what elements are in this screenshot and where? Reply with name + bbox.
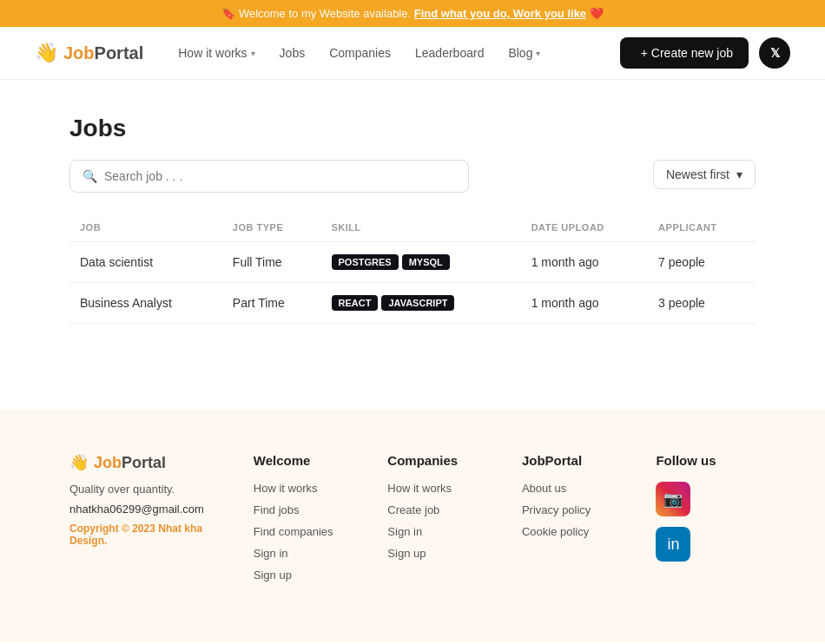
job-type: Part Time bbox=[222, 283, 321, 324]
banner-text: 🔖 Welcome to my Website available. bbox=[221, 7, 411, 20]
footer: 👋 JobPortal Quality over quantity. nhatk… bbox=[0, 410, 825, 642]
sort-label: Newest first bbox=[666, 168, 729, 181]
footer-jobportal-col: JobPortal About us Privacy policy Cookie… bbox=[522, 453, 622, 590]
col-skill: SKILL bbox=[321, 214, 521, 242]
footer-companies-sign-up[interactable]: Sign up bbox=[387, 547, 487, 560]
search-bar: 🔍 bbox=[69, 160, 469, 193]
nav-companies[interactable]: Companies bbox=[329, 46, 391, 60]
footer-follow-col: Follow us 📷 in bbox=[656, 453, 756, 590]
footer-email: nhatkha06299@gmail.com bbox=[69, 503, 219, 516]
table-row[interactable]: Business Analyst Part Time REACTJAVASCRI… bbox=[69, 283, 756, 324]
footer-copyright: Copyright © 2023 Nhat kha Design. bbox=[69, 522, 219, 547]
jobs-table: JOB JOB TYPE SKILL DATE UPLOAD APPLICANT… bbox=[69, 214, 756, 324]
footer-welcome-col: Welcome How it works Find jobs Find comp… bbox=[254, 453, 353, 590]
banner-link[interactable]: Find what you do, Work you like bbox=[414, 7, 586, 20]
footer-grid: 👋 JobPortal Quality over quantity. nhatk… bbox=[69, 453, 756, 590]
footer-welcome-title: Welcome bbox=[254, 453, 353, 468]
footer-link-find-jobs[interactable]: Find jobs bbox=[254, 503, 353, 516]
footer-tagline: Quality over quantity. bbox=[69, 483, 219, 496]
job-type: Full Time bbox=[222, 242, 321, 283]
banner-emoji: ❤️ bbox=[590, 7, 604, 20]
nav-blog[interactable]: Blog ▾ bbox=[508, 46, 540, 60]
date-upload: 1 month ago bbox=[521, 283, 648, 324]
twitter-button[interactable]: 𝕏 bbox=[759, 37, 790, 69]
col-date-upload: DATE UPLOAD bbox=[521, 214, 648, 242]
footer-link-how-it-works[interactable]: How it works bbox=[254, 482, 353, 495]
search-icon: 🔍 bbox=[82, 169, 97, 183]
sort-dropdown[interactable]: Newest first ▾ bbox=[653, 160, 756, 189]
page-title: Jobs bbox=[69, 115, 756, 142]
nav-jobs[interactable]: Jobs bbox=[280, 46, 306, 60]
footer-link-sign-up[interactable]: Sign up bbox=[254, 568, 353, 582]
chevron-down-icon: ▾ bbox=[736, 168, 742, 181]
footer-follow-title: Follow us bbox=[656, 453, 756, 468]
footer-about-us[interactable]: About us bbox=[522, 482, 622, 495]
job-name: Data scientist bbox=[69, 242, 222, 283]
footer-privacy-policy[interactable]: Privacy policy bbox=[522, 503, 622, 516]
job-name: Business Analyst bbox=[69, 283, 222, 324]
footer-link-find-companies[interactable]: Find companies bbox=[254, 525, 353, 538]
nav-leaderboard[interactable]: Leaderboard bbox=[415, 46, 484, 60]
footer-brand: 👋 JobPortal Quality over quantity. nhatk… bbox=[69, 453, 219, 590]
logo-portal: Portal bbox=[95, 43, 144, 63]
footer-link-sign-in[interactable]: Sign in bbox=[254, 547, 353, 560]
chevron-down-icon: ▾ bbox=[536, 49, 540, 58]
col-job-type: JOB TYPE bbox=[222, 214, 321, 242]
date-upload: 1 month ago bbox=[521, 242, 648, 283]
table-row[interactable]: Data scientist Full Time POSTGRESMYSQL 1… bbox=[69, 242, 756, 283]
footer-cookie-policy[interactable]: Cookie policy bbox=[522, 525, 622, 538]
job-skills: REACTJAVASCRIPT bbox=[321, 283, 521, 324]
footer-companies-title: Companies bbox=[387, 453, 487, 468]
logo[interactable]: 👋 JobPortal bbox=[35, 42, 143, 64]
create-new-job-button[interactable]: + Create new job bbox=[620, 37, 749, 69]
footer-companies-how-it-works[interactable]: How it works bbox=[387, 482, 487, 495]
main-content: Jobs 🔍 Newest first ▾ JOB JOB TYPE SKILL… bbox=[0, 80, 825, 410]
footer-companies-sign-in[interactable]: Sign in bbox=[387, 525, 487, 538]
skill-tag: MYSQL bbox=[402, 254, 450, 270]
job-skills: POSTGRESMYSQL bbox=[321, 242, 521, 283]
footer-logo-portal: Portal bbox=[122, 454, 166, 472]
footer-logo-job: Job bbox=[94, 454, 122, 472]
navbar: 👋 JobPortal How it works ▾ Jobs Companie… bbox=[0, 27, 825, 80]
col-applicant: APPLICANT bbox=[648, 214, 756, 242]
applicant-count: 3 people bbox=[648, 283, 756, 324]
logo-job: Job bbox=[63, 43, 95, 63]
skill-tag: JAVASCRIPT bbox=[381, 295, 454, 311]
nav-links: How it works ▾ Jobs Companies Leaderboar… bbox=[178, 46, 620, 60]
logo-emoji: 👋 bbox=[35, 42, 58, 64]
footer-companies-col: Companies How it works Create job Sign i… bbox=[387, 453, 487, 590]
skill-tag: REACT bbox=[332, 295, 379, 311]
footer-jobportal-title: JobPortal bbox=[522, 453, 622, 468]
skill-tag: POSTGRES bbox=[332, 254, 399, 270]
footer-companies-create-job[interactable]: Create job bbox=[387, 503, 487, 516]
footer-logo-emoji: 👋 bbox=[69, 453, 89, 472]
search-input[interactable] bbox=[104, 169, 456, 183]
applicant-count: 7 people bbox=[648, 242, 756, 283]
linkedin-icon[interactable]: in bbox=[656, 527, 690, 562]
col-job: JOB bbox=[69, 214, 222, 242]
chevron-down-icon: ▾ bbox=[251, 49, 255, 58]
instagram-icon[interactable]: 📷 bbox=[656, 482, 690, 516]
social-icons: 📷 in bbox=[656, 482, 756, 562]
top-banner: 🔖 Welcome to my Website available. Find … bbox=[0, 0, 825, 27]
nav-how-it-works[interactable]: How it works ▾ bbox=[178, 46, 254, 60]
nav-actions: + Create new job 𝕏 bbox=[620, 37, 790, 69]
